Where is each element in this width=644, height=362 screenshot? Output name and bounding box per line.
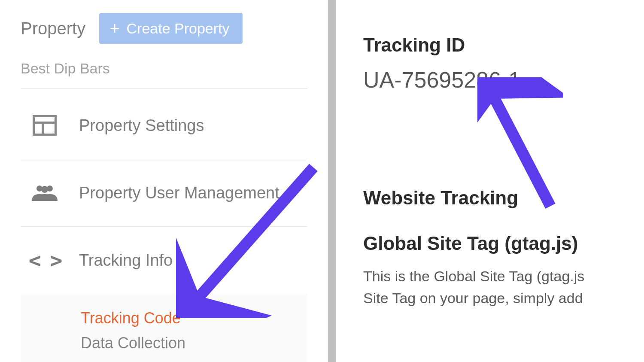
sidebar-item-property-settings[interactable]: Property Settings <box>21 92 307 159</box>
settings-box-icon <box>31 114 58 137</box>
main-content: Tracking ID UA-75695286-1 Website Tracki… <box>336 0 644 362</box>
sidebar-item-label: Tracking Info <box>79 251 173 270</box>
section-label: Property <box>21 19 85 38</box>
website-tracking-heading: Website Tracking <box>363 187 644 209</box>
tracking-id-value: UA-75695286-1 <box>363 67 644 93</box>
property-name: Best Dip Bars <box>21 60 307 88</box>
global-tag-description: This is the Global Site Tag (gtag.js Sit… <box>363 265 644 309</box>
create-property-label: Create Property <box>127 20 230 37</box>
description-line: Site Tag on your page, simply add <box>363 287 644 309</box>
tracking-id-heading: Tracking ID <box>363 34 644 56</box>
sidebar-item-user-management[interactable]: Property User Management <box>21 159 307 227</box>
sub-item-data-collection[interactable]: Data Collection <box>81 331 307 356</box>
property-sidebar: Property + Create Property Best Dip Bars… <box>0 0 328 362</box>
sub-item-tracking-code[interactable]: Tracking Code <box>81 306 307 331</box>
pane-divider <box>328 0 336 362</box>
svg-point-2 <box>41 186 48 193</box>
description-line: This is the Global Site Tag (gtag.js <box>363 265 644 287</box>
tracking-info-submenu: Tracking Code Data Collection <box>21 294 307 362</box>
sidebar-item-tracking-info[interactable]: < > Tracking Info <box>21 227 307 294</box>
create-property-button[interactable]: + Create Property <box>99 13 242 44</box>
sidebar-item-label: Property Settings <box>79 116 204 135</box>
people-icon <box>31 182 58 204</box>
property-header: Property + Create Property <box>21 13 307 44</box>
global-site-tag-heading: Global Site Tag (gtag.js) <box>363 233 644 254</box>
sidebar-item-label: Property User Management <box>79 184 279 202</box>
plus-icon: + <box>109 20 119 37</box>
code-brackets-icon: < > <box>31 249 58 271</box>
